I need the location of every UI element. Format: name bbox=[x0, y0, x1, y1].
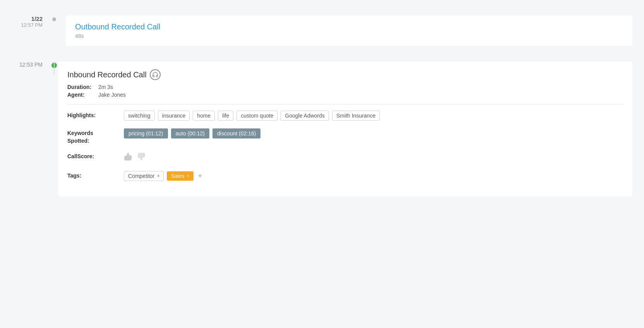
keyword-tag[interactable]: discount (02:16) bbox=[212, 128, 260, 138]
vertical-line bbox=[54, 62, 55, 75]
outbound-time: 12:57 PM bbox=[0, 22, 43, 28]
tags-section: Tags: Competitor × Sales × + bbox=[67, 171, 623, 181]
agent-value: Jake Jones bbox=[98, 92, 126, 98]
highlight-tag[interactable]: life bbox=[218, 111, 233, 121]
outbound-entry: 1/22 12:57 PM Outbound Recorded Call 48s bbox=[0, 8, 644, 54]
tag-sales-close[interactable]: × bbox=[187, 173, 190, 179]
outbound-title[interactable]: Outbound Recorded Call bbox=[75, 22, 623, 31]
headset-icon[interactable] bbox=[150, 69, 161, 80]
keywords-label: Keywords bbox=[67, 128, 118, 136]
tag-competitor[interactable]: Competitor × bbox=[124, 171, 164, 181]
highlight-tag[interactable]: home bbox=[193, 111, 215, 121]
thumbs-up-icon[interactable] bbox=[124, 152, 132, 163]
outbound-dot bbox=[52, 17, 56, 21]
callscore-label: CallScore: bbox=[67, 152, 118, 159]
outbound-content: Outbound Recorded Call 48s bbox=[66, 15, 632, 46]
tag-competitor-close[interactable]: × bbox=[157, 173, 159, 179]
inbound-title-text[interactable]: Inbound Recorded Call bbox=[67, 70, 147, 79]
outbound-timestamp: 1/22 12:57 PM bbox=[0, 15, 50, 28]
inbound-content: Inbound Recorded Call Duration: 2m 3s Ag… bbox=[58, 62, 632, 196]
keyword-tag[interactable]: auto (00:12) bbox=[171, 128, 210, 138]
highlight-tag[interactable]: switching bbox=[124, 111, 155, 121]
callscore-section: CallScore: bbox=[67, 152, 623, 163]
duration-label: Duration: bbox=[67, 84, 98, 90]
inbound-timestamp: 12:53 PM bbox=[0, 62, 50, 68]
highlight-tag[interactable]: Google Adwords bbox=[281, 111, 329, 121]
tag-competitor-label: Competitor bbox=[128, 173, 154, 179]
highlights-section: Highlights: switchinginsurancehomelifecu… bbox=[67, 111, 623, 121]
outbound-timeline-line bbox=[50, 15, 58, 21]
outbound-duration: 48s bbox=[75, 33, 623, 39]
inbound-title-row: Inbound Recorded Call bbox=[67, 69, 623, 80]
agent-row: Agent: Jake Jones bbox=[67, 92, 623, 98]
tag-add-button[interactable]: + bbox=[197, 172, 204, 180]
divider bbox=[67, 104, 623, 104]
duration-row: Duration: 2m 3s bbox=[67, 84, 623, 90]
inbound-entry: 12:53 PM Inbound Recorded Call Dur bbox=[0, 54, 644, 204]
agent-label: Agent: bbox=[67, 92, 98, 98]
highlights-tags: switchinginsurancehomelifecustom quoteGo… bbox=[124, 111, 380, 121]
tag-sales[interactable]: Sales × bbox=[167, 171, 193, 181]
outbound-date: 1/22 bbox=[0, 15, 43, 22]
tag-sales-label: Sales bbox=[171, 173, 184, 179]
inbound-time: 12:53 PM bbox=[0, 62, 43, 68]
tags-label: Tags: bbox=[67, 171, 118, 179]
timeline-container: 1/22 12:57 PM Outbound Recorded Call 48s… bbox=[0, 0, 644, 328]
keywords-label2: Spotted: bbox=[67, 136, 118, 144]
tags-row: Competitor × Sales × + bbox=[124, 171, 204, 181]
keywords-label-block: Keywords Spotted: bbox=[67, 128, 118, 144]
highlight-tag[interactable]: Smith Insurance bbox=[332, 111, 380, 121]
highlights-label: Highlights: bbox=[67, 111, 118, 118]
keywords-section: Keywords Spotted: pricing (01:12)auto (0… bbox=[67, 128, 623, 144]
highlight-tag[interactable]: custom quote bbox=[236, 111, 277, 121]
thumbs-down-icon[interactable] bbox=[137, 152, 146, 163]
callscore-icons bbox=[124, 152, 146, 163]
keywords-tags: pricing (01:12)auto (00:12)discount (02:… bbox=[124, 128, 260, 138]
highlight-tag[interactable]: insurance bbox=[158, 111, 190, 121]
keyword-tag[interactable]: pricing (01:12) bbox=[124, 128, 168, 138]
inbound-timeline-line bbox=[50, 62, 58, 68]
duration-value: 2m 3s bbox=[98, 84, 113, 90]
